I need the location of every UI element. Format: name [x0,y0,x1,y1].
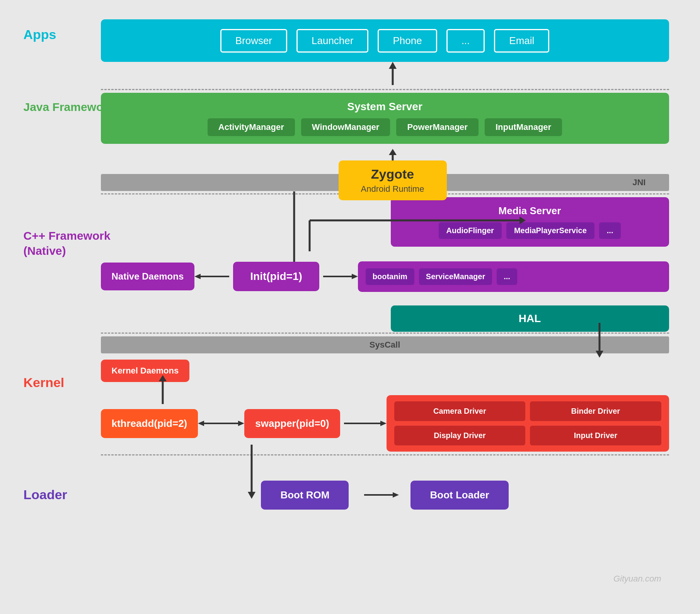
svg-marker-21 [380,421,387,426]
app-item-dots: ... [446,29,485,53]
kthreadd-swapper-arrow [198,419,244,428]
loader-label-el: Loader [24,487,67,502]
init-bootanim: bootanim [366,268,414,285]
svg-marker-1 [389,62,397,69]
app-item-email: Email [494,29,549,53]
dashed-4 [101,454,669,455]
loader-row: Boot ROM Boot Loader [101,476,669,514]
kernel-label-el: Kernel [24,375,65,390]
ss-input-manager: InputManager [485,118,562,136]
input-driver: Input Driver [530,426,661,445]
apps-label: Apps [24,27,56,42]
svg-marker-18 [238,421,244,426]
zygote-sub: Android Runtime [358,184,427,194]
init-right-box: bootanim ServiceManager ... [358,261,669,292]
apps-bar: Browser Launcher Phone ... Email [101,19,669,62]
native-daemons-box: Native Daemons [101,263,195,290]
camera-driver: Camera Driver [394,401,525,421]
zygote-box: Zygote Android Runtime [16,160,685,200]
ss-power-manager: PowerManager [396,118,479,136]
dashed-1 [101,89,669,90]
hal-box: HAL [391,305,669,332]
ss-window-manager: WindowManager [301,118,390,136]
app-item-browser: Browser [220,29,287,53]
init-right-arrow [319,273,358,280]
dashed-3 [101,333,669,334]
swapper-drivers-arrow [340,419,387,428]
svg-marker-19 [198,421,204,426]
system-server-title: System Server [112,101,657,113]
apps-row: Apps Browser Launcher Phone ... Email [16,19,685,62]
syscall-label: SysCall [370,340,400,350]
svg-marker-14 [596,351,603,358]
init-to-ms-arrow [310,217,526,255]
app-item-launcher: Launcher [296,29,368,53]
display-driver: Display Driver [394,426,525,445]
svg-marker-10 [194,274,201,279]
binder-driver: Binder Driver [530,401,661,421]
svg-marker-25 [393,492,399,498]
svg-marker-16 [159,375,167,381]
init-box: Init(pid=1) [233,262,319,291]
boot-rom-to-loader-arrow [360,490,399,500]
zygote-title: Zygote [358,167,427,182]
svg-marker-8 [519,217,526,224]
diagram: Apps Browser Launcher Phone ... Email [16,12,685,607]
kernel-daemons-box: Kernel Daemons [101,360,190,382]
cpp-framework-label: C++ Framework (Native) [24,228,111,258]
syscall-bar: SysCall [101,336,669,353]
ss-activity-manager: ActivityManager [208,118,295,136]
init-row: Native Daemons Init(pid=1) bootanim Serv… [101,255,669,298]
kernel-drivers-box: Camera Driver Binder Driver Display Driv… [387,395,669,452]
arrow-up-svg [385,62,400,89]
media-server-title: Media Server [400,205,660,217]
kthreadd-box: kthreadd(pid=2) [101,409,198,438]
boot-rom-box: Boot ROM [261,481,349,510]
init-dots2: ... [497,268,517,285]
app-item-phone: Phone [378,29,437,53]
hal-syscall-arrow [592,323,607,362]
java-framework-label: Java Framework [24,101,114,114]
kthreadd-to-daemons-arrow [155,375,170,406]
init-left-arrow [194,273,233,280]
kernel-row: kthreadd(pid=2) swapper(pid=0) Camera Dr… [101,402,669,445]
watermark: Gityuan.com [613,574,661,584]
java-framework-row: Java Framework System Server ActivityMan… [16,93,685,144]
swapper-box: swapper(pid=0) [244,409,340,438]
init-service-manager: ServiceManager [419,268,492,285]
svg-marker-12 [352,274,358,279]
ms-dots: ... [599,222,621,239]
arrow-apps-to-ss [16,62,685,89]
system-server-box: System Server ActivityManager WindowMana… [101,93,669,144]
boot-loader-box: Boot Loader [410,481,508,510]
svg-marker-3 [389,149,397,155]
